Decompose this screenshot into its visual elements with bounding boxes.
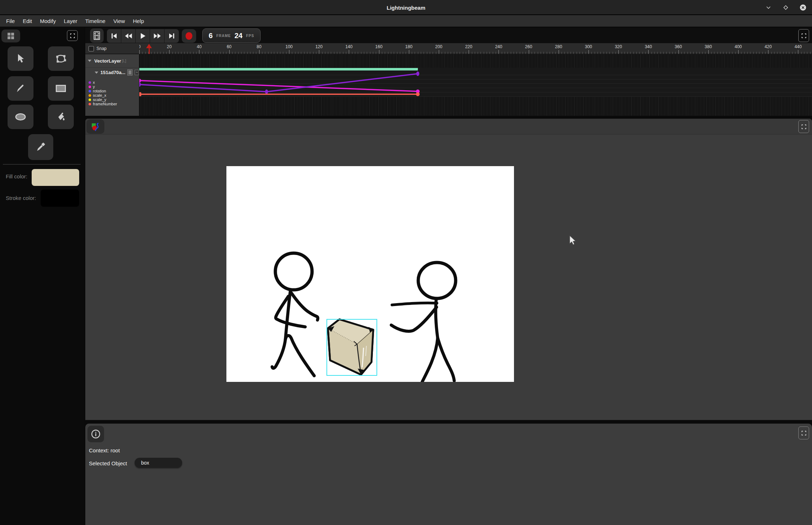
stick-figure-right[interactable] (391, 262, 456, 382)
ruler-tick (738, 50, 739, 54)
menu-layer[interactable]: Layer (60, 15, 81, 27)
menu-file[interactable]: File (2, 15, 19, 27)
ruler-tick-label: 0 (139, 44, 140, 49)
ruler-tick-label: 80 (257, 44, 261, 49)
keyframe-frameNumber[interactable] (416, 92, 420, 96)
stage-drawing[interactable] (226, 166, 514, 382)
ruler-tick (708, 50, 709, 54)
frames-track[interactable] (139, 54, 812, 68)
stroke-color-swatch[interactable] (41, 190, 79, 207)
tool-pencil[interactable] (8, 76, 33, 101)
frame-value: 6 (209, 32, 213, 40)
tool-select-cursor[interactable] (8, 46, 33, 71)
info-icon (91, 429, 101, 439)
fill-color-swatch[interactable] (32, 169, 79, 186)
film-roll-icon (93, 31, 100, 40)
stage[interactable] (226, 166, 514, 382)
ruler-tick (648, 50, 649, 54)
property-row-x[interactable]: x (85, 80, 139, 85)
timeline-tracks: VectorLayer [L] 151ad70a... ~ xyrotation… (85, 54, 812, 116)
ruler-tick-label: 300 (585, 44, 592, 49)
frames-track[interactable] (139, 97, 812, 116)
minimize-icon[interactable] (764, 4, 772, 12)
keyframe-frameNumber[interactable] (139, 92, 141, 96)
tool-rectangle[interactable] (48, 76, 74, 101)
ruler-tick-label: 440 (794, 44, 802, 49)
close-icon[interactable] (799, 4, 807, 12)
keyframe-x[interactable] (265, 90, 268, 94)
ruler-tick (319, 50, 319, 54)
menu-edit[interactable]: Edit (19, 15, 36, 27)
timeline-ruler[interactable]: Snap 02040608010012014016018020022024026… (85, 43, 812, 54)
ruler-tick (529, 50, 529, 54)
menu-help[interactable]: Help (129, 15, 148, 27)
ruler-tick (678, 50, 679, 54)
inspector-expand-button[interactable] (798, 426, 809, 439)
box-object[interactable] (328, 319, 373, 375)
curve-area[interactable] (139, 71, 812, 97)
tool-eyedropper[interactable] (28, 134, 53, 160)
property-row-rotation[interactable]: rotation (85, 89, 139, 93)
skip-to-start-button[interactable] (107, 29, 121, 43)
property-label: scale_x (93, 93, 106, 97)
timeline-expand-button[interactable] (798, 29, 809, 42)
record-button[interactable] (182, 29, 196, 43)
ruler-tick (139, 50, 140, 54)
tool-ellipse[interactable] (8, 105, 33, 129)
canvas-panel (85, 119, 812, 420)
curves-svg[interactable] (139, 71, 812, 97)
keyframe-span-bar[interactable] (139, 68, 418, 70)
menu-timeline[interactable]: Timeline (81, 15, 109, 27)
fps-label: FPS (246, 34, 254, 38)
property-color-dot (89, 81, 91, 84)
canvas-workspace[interactable] (85, 134, 812, 420)
skip-to-end-icon (168, 33, 175, 39)
collapse-triangle-icon[interactable] (95, 72, 98, 74)
expand-icon (801, 124, 807, 129)
menu-view[interactable]: View (109, 15, 129, 27)
property-row-frameNumber[interactable]: frameNumber (85, 102, 139, 106)
property-row-y[interactable]: y (85, 85, 139, 89)
selected-object-label: Selected Object (89, 460, 127, 466)
keyframe-x[interactable] (416, 72, 419, 76)
ruler-tick (439, 50, 439, 54)
sublayer-swatch-button[interactable] (127, 69, 132, 76)
property-row-scale_y[interactable]: scale_y (85, 97, 139, 102)
fast-forward-button[interactable] (150, 29, 164, 43)
stick-figure-left[interactable] (272, 253, 318, 376)
fast-forward-icon (153, 33, 161, 39)
tools-expand-button[interactable] (67, 30, 78, 41)
context-label: Context: root (89, 447, 120, 453)
property-row-scale_x[interactable]: scale_x (85, 93, 139, 97)
property-label: scale_y (93, 97, 106, 102)
keyframe-x[interactable] (139, 82, 141, 87)
sublayer-tilde-button[interactable]: ~ (135, 70, 139, 75)
playhead[interactable] (146, 44, 152, 54)
rectangle-icon (55, 84, 66, 93)
snap-checkbox[interactable] (89, 46, 94, 51)
sublayer-row[interactable]: 151ad70a... ~ (85, 68, 139, 77)
expand-icon (801, 33, 807, 38)
mouse-cursor-icon (568, 235, 577, 245)
skip-to-end-button[interactable] (164, 29, 179, 43)
info-button[interactable] (87, 426, 104, 442)
rewind-button[interactable] (121, 29, 136, 43)
tool-paint-bucket[interactable] (48, 105, 74, 129)
film-roll-button[interactable] (90, 28, 104, 43)
shapes-logo-button[interactable] (86, 119, 104, 134)
panel-grid-button[interactable] (1, 29, 20, 42)
maximize-diamond-icon[interactable] (782, 4, 790, 12)
snap-control: Snap (85, 43, 139, 54)
tool-path-nodes[interactable] (48, 46, 74, 71)
selected-object-value[interactable]: box (135, 458, 182, 468)
track-area[interactable] (139, 54, 812, 116)
canvas-expand-button[interactable] (798, 120, 809, 133)
keyframe-y[interactable] (139, 79, 141, 82)
collapse-triangle-icon[interactable] (88, 60, 91, 62)
ruler-scale[interactable]: 0204060801001201401601802002202402602803… (139, 43, 812, 54)
ruler-tick-label: 20 (167, 44, 172, 49)
menu-modify[interactable]: Modify (36, 15, 60, 27)
layer-span-track[interactable] (139, 68, 812, 71)
layer-row-vectorlayer[interactable]: VectorLayer [L] (85, 54, 139, 68)
play-button[interactable] (136, 29, 150, 43)
